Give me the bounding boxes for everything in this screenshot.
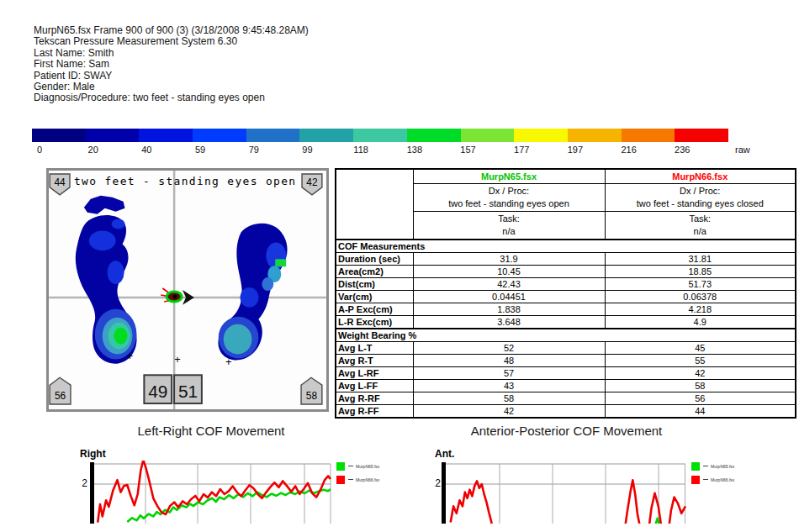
- badge-top-left-value: 44: [54, 176, 66, 188]
- metric-value: 1.838: [413, 303, 605, 316]
- task-label: Task:: [415, 213, 603, 225]
- colorbar-segment: [622, 129, 675, 142]
- legend-entry: MurpN66.fsx: [691, 475, 792, 484]
- header-line-app: Tekscan Pressure Measurement System 6.30: [34, 36, 309, 47]
- header-line-firstname: First Name: Sam: [34, 59, 309, 70]
- metric-value: 0.06378: [605, 291, 796, 303]
- table-row-files: MurpN65.fsx MurpN66.fsx: [336, 169, 796, 184]
- header-line-patientid: Patient ID: SWAY: [34, 71, 309, 82]
- metric-label: Avg L-FF: [336, 380, 413, 392]
- chart-ytick-right-chart: 2: [432, 477, 441, 489]
- legend-label: MurpN66.fsx: [356, 477, 379, 482]
- table-row: Dist(cm)42.4351.73: [336, 278, 796, 291]
- report-header: MurpN65.fsx Frame 900 of 900 (3) (3/18/2…: [34, 25, 309, 104]
- colorbar-tick-label: 138: [407, 145, 422, 155]
- colorbar-tick-label: 59: [195, 145, 205, 155]
- legend-line-icon: [348, 466, 353, 466]
- dxproc-left: Dx / Proc: two feet - standing eyes open: [413, 184, 605, 212]
- metric-value: 56: [605, 392, 796, 405]
- metric-label: Avg R-FF: [336, 405, 413, 419]
- pressure-color-scale: [32, 129, 728, 142]
- foot-pressure-panel[interactable]: + + + 44 42 56 58 49: [46, 168, 329, 412]
- metric-value: 51.73: [605, 278, 796, 291]
- metric-value: 44: [605, 405, 796, 419]
- header-line-gender: Gender: Male: [34, 82, 309, 92]
- metric-value: 58: [605, 380, 796, 392]
- cof-marker: [161, 288, 194, 305]
- colorbar-tick-label: 79: [249, 145, 259, 155]
- weight-box-right: 51: [174, 375, 202, 403]
- table-row: Area(cm2)10.4518.85: [336, 266, 796, 278]
- legend-label: MurpN66.fsx: [711, 477, 734, 482]
- table-row: Avg R-RF5856: [336, 392, 796, 405]
- colorbar-tick-label: 216: [621, 145, 636, 155]
- legend-line-icon: [703, 479, 708, 480]
- cof-series-MurpN66.fsx: [98, 461, 331, 523]
- table-section-title: Weight Bearing %: [336, 329, 796, 342]
- table-section-row: Weight Bearing %: [336, 329, 796, 342]
- metric-value: 43: [413, 380, 605, 392]
- metric-value: 18.85: [605, 266, 796, 278]
- plus-mark-left: +: [127, 350, 134, 362]
- file-name-left[interactable]: MurpN65.fsx: [413, 169, 605, 184]
- metric-label: Avg L-T: [336, 342, 413, 355]
- colorbar-tick-label: 118: [353, 145, 368, 155]
- metric-value: 3.648: [413, 316, 605, 329]
- colorbar-segment: [353, 129, 407, 142]
- chart-ylabel-right: Right: [80, 448, 106, 460]
- metric-label: Duration (sec): [336, 253, 413, 266]
- legend-entry: MurpN65.fsx: [336, 461, 437, 471]
- chart-title-left-right: Left-Right COF Movement: [90, 424, 332, 438]
- legend-swatch-icon: [336, 476, 345, 484]
- table-row: Avg R-FF4244: [336, 405, 796, 419]
- metric-label: Var(cm): [336, 291, 413, 303]
- badge-bottom-right: 58: [301, 377, 322, 404]
- table-row: Avg L-T5245: [336, 342, 796, 355]
- metric-label: Avg R-T: [336, 355, 413, 367]
- metric-label: A-P Exc(cm): [336, 303, 413, 316]
- colorbar-segment: [675, 129, 728, 142]
- plus-mark-center: +: [174, 353, 181, 366]
- colorbar-segment: [407, 129, 461, 142]
- badge-bottom-left-value: 56: [55, 390, 66, 402]
- metric-value: 31.81: [605, 253, 796, 266]
- plus-mark-right: +: [225, 356, 232, 368]
- legend-entry: MurpN65.fsx: [691, 461, 792, 471]
- badge-top-left: 44: [50, 174, 70, 195]
- task-right: Task: n/a: [605, 212, 796, 240]
- colorbar-segment: [86, 129, 140, 142]
- colorbar-tick-label: 40: [141, 145, 151, 155]
- file-name-right[interactable]: MurpN66.fsx: [605, 169, 796, 184]
- metric-label: Dist(cm): [336, 278, 413, 291]
- weight-box-right-value: 51: [178, 382, 198, 401]
- colorbar-segment: [461, 129, 515, 142]
- dxproc-label: Dx / Proc:: [415, 185, 603, 198]
- y-axis-bar: [90, 462, 94, 524]
- colorbar-segment: [193, 129, 246, 142]
- task-left: Task: n/a: [413, 212, 605, 240]
- colorbar-segment: [299, 129, 353, 142]
- metric-value: 4.9: [605, 316, 796, 329]
- metric-value: 45: [605, 342, 796, 355]
- foot-pressure-canvas: + + + 44 42 56 58 49: [49, 171, 326, 409]
- metric-value: 52: [413, 342, 605, 355]
- y-axis-bar: [442, 462, 446, 524]
- metric-value: 42: [413, 405, 605, 419]
- chart-ylabel-ant: Ant.: [435, 448, 454, 460]
- header-line-file: MurpN65.fsx Frame 900 of 900 (3) (3/18/2…: [34, 25, 309, 36]
- legend-entry: MurpN66.fsx: [336, 475, 437, 484]
- dxproc-label: Dx / Proc:: [607, 185, 794, 198]
- table-row: Avg L-FF4358: [336, 380, 796, 392]
- table-row: Avg L-RF5742: [336, 367, 796, 380]
- metric-value: 57: [413, 367, 605, 380]
- badge-bottom-left: 56: [50, 377, 71, 404]
- metric-label: Avg R-RF: [336, 392, 413, 405]
- metric-value: 10.45: [413, 266, 605, 278]
- legend-swatch-icon: [336, 462, 345, 471]
- legend-left-chart: MurpN65.fsxMurpN66.fsx: [336, 461, 437, 488]
- cof-center-dot: [173, 294, 177, 298]
- dxproc-value-left: two feet - standing eyes open: [415, 198, 603, 210]
- legend-label: MurpN65.fsx: [711, 464, 734, 469]
- chart-left-right-cof: [90, 461, 334, 524]
- colorbar-tick-label: 20: [88, 145, 98, 155]
